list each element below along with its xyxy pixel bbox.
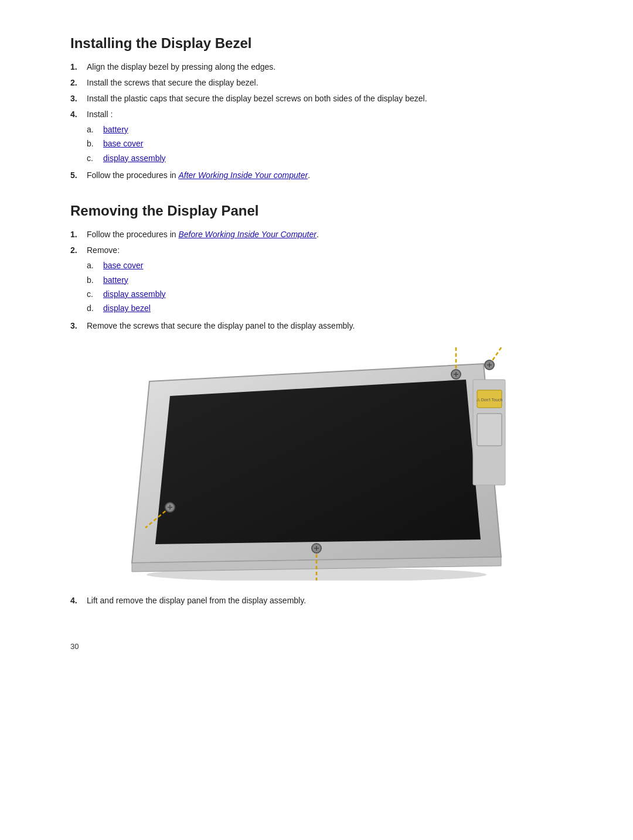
sub-letter: d. xyxy=(87,302,103,315)
remove-title: Removing the Display Panel xyxy=(70,203,563,219)
sub-item-display-assembly: c. display assembly xyxy=(87,152,563,165)
sub-letter: c. xyxy=(87,152,103,165)
step-text: Install : xyxy=(87,110,113,119)
sub-item-display-bezel: d. display bezel xyxy=(87,302,563,315)
connector-label: ⚠ Don't Touch xyxy=(477,398,503,402)
install-step-5: 5. Follow the procedures in After Workin… xyxy=(70,169,563,182)
step-number: 2. xyxy=(70,77,87,89)
sub-letter: a. xyxy=(87,259,103,272)
step-number: 1. xyxy=(70,228,87,241)
base-cover-link[interactable]: base cover xyxy=(103,259,143,272)
step-number: 2. xyxy=(70,244,87,316)
step-number: 4. xyxy=(70,595,87,607)
step-text: Align the display bezel by pressing alon… xyxy=(87,61,563,73)
base-cover-link[interactable]: base cover xyxy=(103,137,143,150)
cable-strip xyxy=(477,414,502,446)
remove-step-1: 1. Follow the procedures in Before Worki… xyxy=(70,228,563,241)
remove-step-2: 2. Remove: a. base cover b. battery c. d… xyxy=(70,244,563,316)
step-number: 3. xyxy=(70,320,87,332)
remove-steps-list: 1. Follow the procedures in Before Worki… xyxy=(70,228,563,332)
page-number: 30 xyxy=(70,642,563,651)
before-link-suffix: . xyxy=(316,230,319,239)
screen-area xyxy=(155,380,481,544)
step-number: 3. xyxy=(70,93,87,105)
step-number: 4. xyxy=(70,108,87,166)
step-content: Install : a. battery b. base cover c. di… xyxy=(87,108,563,166)
sub-letter: b. xyxy=(87,137,103,150)
step-content: Remove: a. base cover b. battery c. disp… xyxy=(87,244,563,316)
battery-link[interactable]: battery xyxy=(103,123,128,136)
diagram-container: ⚠ Don't Touch xyxy=(70,346,563,581)
install-title: Installing the Display Bezel xyxy=(70,35,563,52)
diagram-svg: ⚠ Don't Touch xyxy=(117,346,516,581)
step-text: Remove the screws that secure the displa… xyxy=(87,320,563,332)
remove-section: Removing the Display Panel 1. Follow the… xyxy=(70,203,563,607)
display-panel-diagram: ⚠ Don't Touch xyxy=(117,346,516,581)
install-steps-list: 1. Align the display bezel by pressing a… xyxy=(70,61,563,182)
after-link-suffix: . xyxy=(308,170,310,180)
display-assembly-link[interactable]: display assembly xyxy=(103,152,166,165)
step-content: Follow the procedures in After Working I… xyxy=(87,169,563,182)
step-number: 1. xyxy=(70,61,87,73)
sub-letter: a. xyxy=(87,123,103,136)
step-text: Follow the procedures in xyxy=(87,230,178,239)
remove-step-3: 3. Remove the screws that secure the dis… xyxy=(70,320,563,332)
install-section: Installing the Display Bezel 1. Align th… xyxy=(70,35,563,182)
display-assembly-link[interactable]: display assembly xyxy=(103,288,166,301)
install-step-2: 2. Install the screws that secure the di… xyxy=(70,77,563,89)
step-text: Lift and remove the display panel from t… xyxy=(87,595,563,607)
step-content: Follow the procedures in Before Working … xyxy=(87,228,563,241)
install-step-1: 1. Align the display bezel by pressing a… xyxy=(70,61,563,73)
step-text: Follow the procedures in xyxy=(87,170,178,180)
sub-item-battery: a. battery xyxy=(87,123,563,136)
sub-item-battery: b. battery xyxy=(87,274,563,286)
sub-letter: c. xyxy=(87,288,103,301)
step-text: Install the plastic caps that secure the… xyxy=(87,93,563,105)
step-text: Remove: xyxy=(87,245,120,255)
sub-letter: b. xyxy=(87,274,103,286)
step-number: 5. xyxy=(70,169,87,182)
install-sub-list: a. battery b. base cover c. display asse… xyxy=(87,123,563,165)
before-working-link[interactable]: Before Working Inside Your Computer xyxy=(178,230,316,239)
sub-item-base-cover: a. base cover xyxy=(87,259,563,272)
remove-step4-list: 4. Lift and remove the display panel fro… xyxy=(70,595,563,607)
sub-item-display-assembly: c. display assembly xyxy=(87,288,563,301)
install-step-4: 4. Install : a. battery b. base cover c.… xyxy=(70,108,563,166)
battery-link[interactable]: battery xyxy=(103,274,128,286)
install-step-3: 3. Install the plastic caps that secure … xyxy=(70,93,563,105)
step-text: Install the screws that secure the displ… xyxy=(87,77,563,89)
after-working-link[interactable]: After Working Inside Your computer xyxy=(178,170,308,180)
display-bezel-link[interactable]: display bezel xyxy=(103,302,151,315)
sub-item-base-cover: b. base cover xyxy=(87,137,563,150)
remove-sub-list: a. base cover b. battery c. display asse… xyxy=(87,259,563,315)
remove-step-4: 4. Lift and remove the display panel fro… xyxy=(70,595,563,607)
